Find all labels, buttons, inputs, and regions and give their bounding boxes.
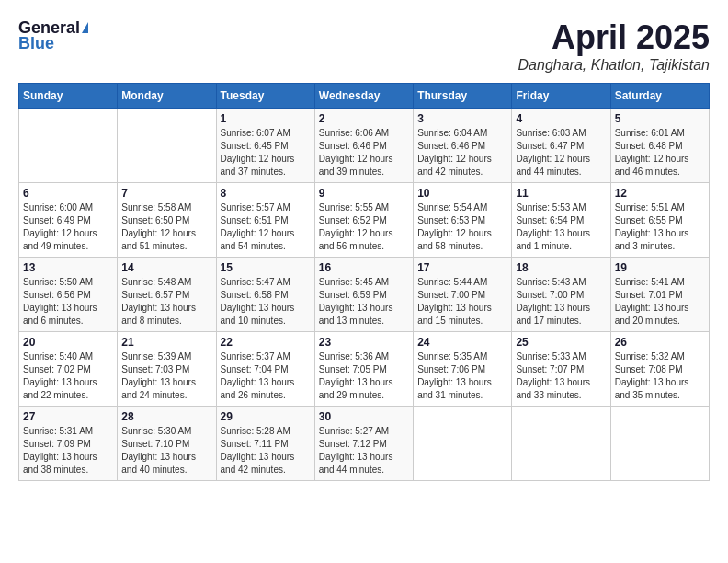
daylight-text: Daylight: 13 hours and 17 minutes. bbox=[516, 303, 590, 326]
cell-sun-info: Sunrise: 5:43 AMSunset: 7:00 PMDaylight:… bbox=[516, 276, 606, 327]
daylight-text: Daylight: 12 hours and 49 minutes. bbox=[23, 228, 97, 251]
sunset-text: Sunset: 6:48 PM bbox=[615, 141, 683, 151]
weekday-header-saturday: Saturday bbox=[610, 84, 709, 109]
cell-date-number: 24 bbox=[417, 336, 507, 349]
cell-sun-info: Sunrise: 6:01 AMSunset: 6:48 PMDaylight:… bbox=[615, 127, 705, 178]
daylight-text: Daylight: 13 hours and 44 minutes. bbox=[319, 452, 393, 475]
sunset-text: Sunset: 6:51 PM bbox=[221, 215, 289, 225]
title-area: April 2025 Danghara, Khatlon, Tajikistan bbox=[518, 18, 710, 74]
cell-date-number: 16 bbox=[319, 261, 409, 274]
daylight-text: Daylight: 13 hours and 26 minutes. bbox=[221, 377, 295, 400]
sunrise-text: Sunrise: 5:32 AM bbox=[615, 351, 685, 362]
daylight-text: Daylight: 13 hours and 35 minutes. bbox=[615, 377, 689, 400]
sunset-text: Sunset: 6:58 PM bbox=[221, 290, 289, 300]
header: General Blue April 2025 Danghara, Khatlo… bbox=[18, 18, 710, 74]
cell-date-number: 29 bbox=[221, 410, 311, 423]
sunrise-text: Sunrise: 5:44 AM bbox=[417, 277, 487, 287]
calendar-cell bbox=[610, 407, 709, 481]
daylight-text: Daylight: 13 hours and 31 minutes. bbox=[417, 377, 492, 400]
cell-sun-info: Sunrise: 5:41 AMSunset: 7:01 PMDaylight:… bbox=[615, 276, 705, 327]
daylight-text: Daylight: 13 hours and 42 minutes. bbox=[221, 452, 295, 475]
calendar-cell: 2Sunrise: 6:06 AMSunset: 6:46 PMDaylight… bbox=[314, 109, 413, 183]
sunrise-text: Sunrise: 5:55 AM bbox=[319, 202, 389, 213]
cell-date-number: 14 bbox=[121, 261, 211, 274]
calendar-cell: 10Sunrise: 5:54 AMSunset: 6:53 PMDayligh… bbox=[414, 183, 512, 258]
cell-sun-info: Sunrise: 5:44 AMSunset: 7:00 PMDaylight:… bbox=[417, 276, 507, 327]
cell-sun-info: Sunrise: 5:39 AMSunset: 7:03 PMDaylight:… bbox=[121, 350, 211, 402]
cell-date-number: 13 bbox=[23, 261, 113, 274]
sunrise-text: Sunrise: 5:58 AM bbox=[121, 202, 191, 213]
daylight-text: Daylight: 13 hours and 3 minutes. bbox=[615, 228, 689, 251]
cell-date-number: 15 bbox=[221, 261, 311, 274]
cell-date-number: 3 bbox=[417, 112, 507, 125]
cell-sun-info: Sunrise: 5:32 AMSunset: 7:08 PMDaylight:… bbox=[615, 350, 705, 402]
cell-sun-info: Sunrise: 5:55 AMSunset: 6:52 PMDaylight:… bbox=[319, 201, 409, 253]
sunset-text: Sunset: 6:46 PM bbox=[319, 141, 387, 151]
sunrise-text: Sunrise: 5:57 AM bbox=[221, 202, 290, 213]
sunrise-text: Sunrise: 5:50 AM bbox=[23, 277, 93, 287]
cell-sun-info: Sunrise: 6:00 AMSunset: 6:49 PMDaylight:… bbox=[23, 201, 113, 253]
sunset-text: Sunset: 7:07 PM bbox=[516, 364, 584, 374]
sunrise-text: Sunrise: 6:03 AM bbox=[516, 128, 586, 138]
daylight-text: Daylight: 13 hours and 13 minutes. bbox=[319, 303, 393, 326]
daylight-text: Daylight: 12 hours and 42 minutes. bbox=[417, 154, 492, 177]
calendar-cell: 17Sunrise: 5:44 AMSunset: 7:00 PMDayligh… bbox=[414, 258, 512, 332]
sunrise-text: Sunrise: 5:43 AM bbox=[516, 277, 586, 287]
calendar-cell: 14Sunrise: 5:48 AMSunset: 6:57 PMDayligh… bbox=[118, 258, 216, 332]
sunset-text: Sunset: 7:02 PM bbox=[23, 364, 91, 374]
sunset-text: Sunset: 7:03 PM bbox=[121, 364, 189, 374]
daylight-text: Daylight: 12 hours and 54 minutes. bbox=[221, 228, 295, 251]
sunset-text: Sunset: 7:10 PM bbox=[121, 439, 189, 449]
sunset-text: Sunset: 6:45 PM bbox=[221, 141, 289, 151]
calendar-title: April 2025 bbox=[518, 18, 710, 57]
cell-date-number: 6 bbox=[23, 187, 113, 200]
logo: General Blue bbox=[18, 18, 88, 53]
calendar-cell: 25Sunrise: 5:33 AMSunset: 7:07 PMDayligh… bbox=[512, 332, 610, 407]
cell-date-number: 25 bbox=[516, 336, 606, 349]
calendar-week-3: 13Sunrise: 5:50 AMSunset: 6:56 PMDayligh… bbox=[19, 258, 710, 332]
sunrise-text: Sunrise: 5:48 AM bbox=[121, 277, 191, 287]
sunrise-text: Sunrise: 5:53 AM bbox=[516, 202, 586, 213]
calendar-cell bbox=[19, 109, 118, 183]
sunset-text: Sunset: 7:04 PM bbox=[221, 364, 289, 374]
daylight-text: Daylight: 12 hours and 37 minutes. bbox=[221, 154, 295, 177]
sunset-text: Sunset: 7:09 PM bbox=[23, 439, 91, 449]
daylight-text: Daylight: 12 hours and 46 minutes. bbox=[615, 154, 689, 177]
sunrise-text: Sunrise: 6:07 AM bbox=[221, 128, 290, 138]
calendar-location: Danghara, Khatlon, Tajikistan bbox=[518, 57, 710, 74]
daylight-text: Daylight: 13 hours and 29 minutes. bbox=[319, 377, 393, 400]
calendar-cell: 27Sunrise: 5:31 AMSunset: 7:09 PMDayligh… bbox=[19, 407, 118, 481]
cell-date-number: 8 bbox=[221, 187, 311, 200]
daylight-text: Daylight: 13 hours and 6 minutes. bbox=[23, 303, 97, 326]
logo-blue-text: Blue bbox=[18, 34, 54, 53]
calendar-cell: 23Sunrise: 5:36 AMSunset: 7:05 PMDayligh… bbox=[314, 332, 413, 407]
weekday-header-monday: Monday bbox=[118, 84, 216, 109]
cell-date-number: 9 bbox=[319, 187, 409, 200]
calendar-cell: 20Sunrise: 5:40 AMSunset: 7:02 PMDayligh… bbox=[19, 332, 118, 407]
sunrise-text: Sunrise: 5:33 AM bbox=[516, 351, 586, 362]
cell-date-number: 26 bbox=[615, 336, 705, 349]
cell-sun-info: Sunrise: 5:37 AMSunset: 7:04 PMDaylight:… bbox=[221, 350, 311, 402]
cell-date-number: 30 bbox=[319, 410, 409, 423]
sunset-text: Sunset: 6:46 PM bbox=[417, 141, 485, 151]
sunset-text: Sunset: 7:00 PM bbox=[516, 290, 584, 300]
calendar-week-1: 1Sunrise: 6:07 AMSunset: 6:45 PMDaylight… bbox=[19, 109, 710, 183]
cell-sun-info: Sunrise: 6:04 AMSunset: 6:46 PMDaylight:… bbox=[417, 127, 507, 178]
daylight-text: Daylight: 12 hours and 58 minutes. bbox=[417, 228, 492, 251]
cell-sun-info: Sunrise: 5:31 AMSunset: 7:09 PMDaylight:… bbox=[23, 425, 113, 477]
logo-icon bbox=[82, 22, 88, 33]
daylight-text: Daylight: 12 hours and 51 minutes. bbox=[121, 228, 196, 251]
calendar-table: SundayMondayTuesdayWednesdayThursdayFrid… bbox=[18, 83, 710, 481]
sunrise-text: Sunrise: 5:40 AM bbox=[23, 351, 93, 362]
cell-sun-info: Sunrise: 5:27 AMSunset: 7:12 PMDaylight:… bbox=[319, 425, 409, 477]
sunrise-text: Sunrise: 5:39 AM bbox=[121, 351, 191, 362]
sunset-text: Sunset: 6:47 PM bbox=[516, 141, 584, 151]
cell-date-number: 17 bbox=[417, 261, 507, 274]
cell-sun-info: Sunrise: 5:33 AMSunset: 7:07 PMDaylight:… bbox=[516, 350, 606, 402]
calendar-cell: 8Sunrise: 5:57 AMSunset: 6:51 PMDaylight… bbox=[216, 183, 314, 258]
cell-sun-info: Sunrise: 5:58 AMSunset: 6:50 PMDaylight:… bbox=[121, 201, 211, 253]
sunset-text: Sunset: 6:49 PM bbox=[23, 215, 91, 225]
daylight-text: Daylight: 13 hours and 24 minutes. bbox=[121, 377, 196, 400]
daylight-text: Daylight: 13 hours and 15 minutes. bbox=[417, 303, 492, 326]
sunrise-text: Sunrise: 6:06 AM bbox=[319, 128, 389, 138]
